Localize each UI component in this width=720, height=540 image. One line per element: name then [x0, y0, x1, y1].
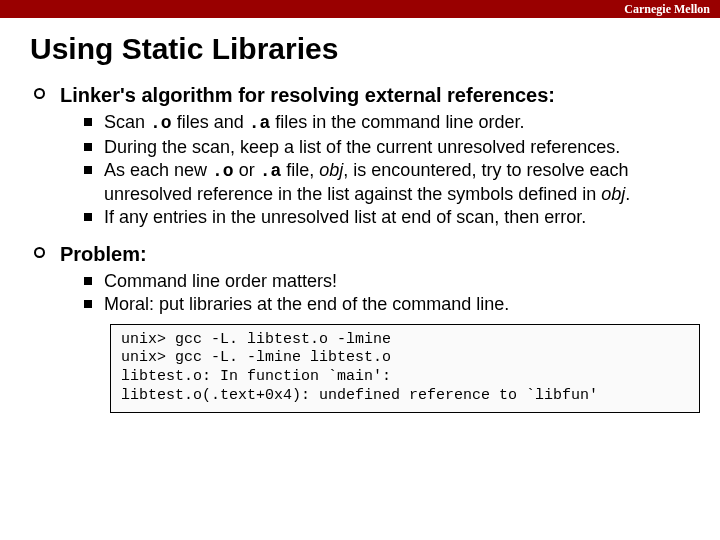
code-fragment: .a — [249, 113, 271, 133]
text-fragment: During the scan, keep a list of the curr… — [104, 137, 620, 157]
bullet-list: Linker's algorithm for resolving externa… — [30, 84, 690, 413]
text-fragment: Moral: put libraries at the end of the c… — [104, 294, 509, 314]
section-problem: Problem: Command line order matters! Mor… — [34, 243, 690, 413]
section-heading: Problem: — [60, 243, 147, 265]
institution-label: Carnegie Mellon — [624, 2, 710, 17]
list-item: During the scan, keep a list of the curr… — [84, 136, 690, 159]
italic-fragment: obj — [601, 184, 625, 204]
text-fragment: or — [234, 160, 260, 180]
slide-content: Using Static Libraries Linker's algorith… — [0, 18, 720, 437]
list-item: Moral: put libraries at the end of the c… — [84, 293, 690, 316]
list-item: Scan .o files and .a files in the comman… — [84, 111, 690, 135]
code-fragment: .a — [260, 161, 282, 181]
top-bar: Carnegie Mellon — [0, 0, 720, 18]
list-item: As each new .o or .a file, obj, is encou… — [84, 159, 690, 205]
section-linker-algorithm: Linker's algorithm for resolving externa… — [34, 84, 690, 229]
text-fragment: . — [625, 184, 630, 204]
text-fragment: As each new — [104, 160, 212, 180]
code-block: unix> gcc -L. libtest.o -lmine unix> gcc… — [110, 324, 700, 413]
list-item: If any entries in the unresolved list at… — [84, 206, 690, 229]
sub-list: Scan .o files and .a files in the comman… — [60, 111, 690, 229]
code-fragment: .o — [150, 113, 172, 133]
section-heading: Linker's algorithm for resolving externa… — [60, 84, 555, 106]
text-fragment: If any entries in the unresolved list at… — [104, 207, 586, 227]
text-fragment: files and — [172, 112, 249, 132]
code-fragment: .o — [212, 161, 234, 181]
sub-list: Command line order matters! Moral: put l… — [60, 270, 690, 316]
slide-title: Using Static Libraries — [30, 32, 690, 66]
text-fragment: Scan — [104, 112, 150, 132]
text-fragment: files in the command line order. — [270, 112, 524, 132]
text-fragment: file, — [281, 160, 319, 180]
text-fragment: Command line order matters! — [104, 271, 337, 291]
list-item: Command line order matters! — [84, 270, 690, 293]
italic-fragment: obj — [319, 160, 343, 180]
